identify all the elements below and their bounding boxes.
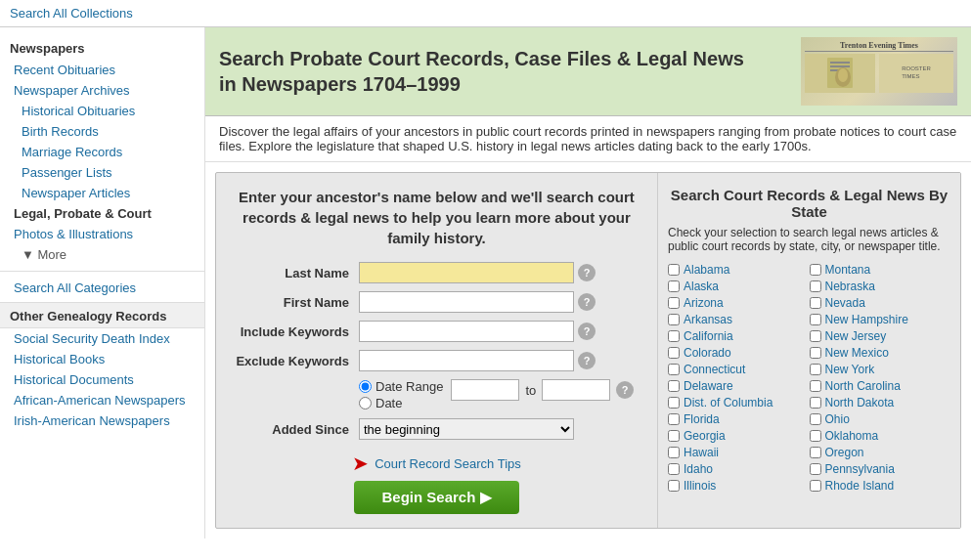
checkbox-nebraska[interactable] <box>810 280 821 292</box>
sidebar-item-marriage-records[interactable]: Marriage Records <box>0 142 204 162</box>
sidebar-item-african-american-newspapers[interactable]: African-American Newspapers <box>0 390 204 410</box>
sidebar-item-social-security[interactable]: Social Security Death Index <box>0 328 204 349</box>
checkbox-hawaii[interactable] <box>668 447 680 458</box>
date-to-input[interactable] <box>542 379 610 401</box>
sidebar-item-irish-american-newspapers[interactable]: Irish-American Newspapers <box>0 410 204 431</box>
checkbox-alabama[interactable] <box>668 264 680 276</box>
checkbox-california[interactable] <box>668 330 680 342</box>
checkbox-oklahoma[interactable] <box>810 430 821 442</box>
link-oklahoma[interactable]: Oklahoma <box>825 429 879 443</box>
sidebar-item-newspaper-archives[interactable]: Newspaper Archives <box>0 80 204 101</box>
added-since-select[interactable]: the beginning last week last month last … <box>359 418 574 440</box>
sidebar-item-recent-obituaries[interactable]: Recent Obituaries <box>0 60 204 80</box>
state-col-1: Alabama Alaska Arizona Arkansas Californ… <box>668 263 810 495</box>
state-new-mexico: New Mexico <box>810 346 951 360</box>
checkbox-illinois[interactable] <box>668 480 680 492</box>
sidebar-search-all-categories[interactable]: Search All Categories <box>0 278 204 298</box>
checkbox-north-dakota[interactable] <box>810 397 821 409</box>
first-name-label: First Name <box>232 295 359 310</box>
date-to-text: to <box>525 383 536 398</box>
last-name-help-icon[interactable]: ? <box>578 264 596 281</box>
checkbox-nevada[interactable] <box>810 297 821 309</box>
checkbox-new-hampshire[interactable] <box>810 314 821 325</box>
link-california[interactable]: California <box>684 329 733 343</box>
checkbox-idaho[interactable] <box>668 463 680 475</box>
link-georgia[interactable]: Georgia <box>684 429 726 443</box>
link-illinois[interactable]: Illinois <box>684 479 716 493</box>
link-oregon[interactable]: Oregon <box>825 446 864 459</box>
sidebar-more-button[interactable]: ▼ More <box>0 244 204 265</box>
link-arkansas[interactable]: Arkansas <box>684 313 732 326</box>
checkbox-connecticut[interactable] <box>668 364 680 375</box>
link-colorado[interactable]: Colorado <box>684 346 731 360</box>
checkbox-arkansas[interactable] <box>668 314 680 325</box>
link-delaware[interactable]: Delaware <box>684 379 733 393</box>
exclude-help-icon[interactable]: ? <box>578 352 596 369</box>
checkbox-dist-columbia[interactable] <box>668 397 680 409</box>
link-nevada[interactable]: Nevada <box>825 296 865 310</box>
link-arizona[interactable]: Arizona <box>684 296 724 310</box>
sidebar-item-birth-records[interactable]: Birth Records <box>0 121 204 142</box>
sidebar-item-historical-documents[interactable]: Historical Documents <box>0 369 204 390</box>
link-florida[interactable]: Florida <box>684 412 720 426</box>
checkbox-ohio[interactable] <box>810 413 821 425</box>
checkbox-georgia[interactable] <box>668 430 680 442</box>
link-new-mexico[interactable]: New Mexico <box>825 346 889 360</box>
top-bar: Search All Collections <box>0 0 971 27</box>
added-since-label: Added Since <box>232 422 359 437</box>
date-range-radio[interactable] <box>359 380 372 393</box>
sidebar-item-historical-obituaries[interactable]: Historical Obituaries <box>0 101 204 121</box>
exclude-input[interactable] <box>359 350 574 371</box>
state-col-2: Montana Nebraska Nevada New Hampshire Ne… <box>810 263 951 495</box>
checkbox-new-jersey[interactable] <box>810 330 821 342</box>
checkbox-new-york[interactable] <box>810 364 821 375</box>
last-name-input[interactable] <box>359 262 574 283</box>
first-name-help-icon[interactable]: ? <box>578 293 596 311</box>
link-pennsylvania[interactable]: Pennsylvania <box>825 462 895 476</box>
header-text: Search Probate Court Records, Case Files… <box>219 46 801 97</box>
link-montana[interactable]: Montana <box>825 263 871 277</box>
link-connecticut[interactable]: Connecticut <box>684 363 745 376</box>
checkbox-delaware[interactable] <box>668 380 680 392</box>
link-north-carolina[interactable]: North Carolina <box>825 379 901 393</box>
state-dist-columbia: Dist. of Columbia <box>668 396 810 409</box>
link-north-dakota[interactable]: North Dakota <box>825 396 895 409</box>
sidebar-item-photos-illustrations[interactable]: Photos & Illustrations <box>0 224 204 244</box>
sidebar-item-passenger-lists[interactable]: Passenger Lists <box>0 162 204 183</box>
date-from-input[interactable] <box>451 379 519 401</box>
first-name-input[interactable] <box>359 291 574 313</box>
search-all-collections-link[interactable]: Search All Collections <box>10 6 133 21</box>
begin-search-button[interactable]: Begin Search ▶ <box>354 481 518 514</box>
checkbox-pennsylvania[interactable] <box>810 463 821 475</box>
sidebar-item-newspaper-articles[interactable]: Newspaper Articles <box>0 183 204 203</box>
checkbox-arizona[interactable] <box>668 297 680 309</box>
checkbox-north-carolina[interactable] <box>810 380 821 392</box>
date-radio[interactable] <box>359 397 372 409</box>
link-new-york[interactable]: New York <box>825 363 875 376</box>
link-nebraska[interactable]: Nebraska <box>825 280 875 293</box>
link-ohio[interactable]: Ohio <box>825 412 850 426</box>
link-dist-columbia[interactable]: Dist. of Columbia <box>684 396 772 409</box>
sidebar-item-historical-books[interactable]: Historical Books <box>0 349 204 369</box>
checkbox-rhode-island[interactable] <box>810 480 821 492</box>
checkbox-montana[interactable] <box>810 264 821 276</box>
checkbox-colorado[interactable] <box>668 347 680 359</box>
link-alaska[interactable]: Alaska <box>684 280 719 293</box>
newspaper-image: Trenton Evening Times ROOSTERTIMES <box>801 37 957 106</box>
search-form-area: Enter your ancestor's name below and we'… <box>216 173 657 528</box>
link-alabama[interactable]: Alabama <box>684 263 729 277</box>
checkbox-new-mexico[interactable] <box>810 347 821 359</box>
court-tips-link[interactable]: Court Record Search Tips <box>375 456 521 471</box>
link-new-hampshire[interactable]: New Hampshire <box>825 313 908 326</box>
checkbox-oregon[interactable] <box>810 447 821 458</box>
checkbox-alaska[interactable] <box>668 280 680 292</box>
link-idaho[interactable]: Idaho <box>684 462 713 476</box>
link-new-jersey[interactable]: New Jersey <box>825 329 887 343</box>
date-help-icon[interactable]: ? <box>616 381 634 399</box>
keywords-help-icon[interactable]: ? <box>578 323 596 340</box>
link-hawaii[interactable]: Hawaii <box>684 446 719 459</box>
search-form-title: Enter your ancestor's name below and we'… <box>232 187 641 248</box>
checkbox-florida[interactable] <box>668 413 680 425</box>
keywords-input[interactable] <box>359 321 574 342</box>
link-rhode-island[interactable]: Rhode Island <box>825 479 895 493</box>
